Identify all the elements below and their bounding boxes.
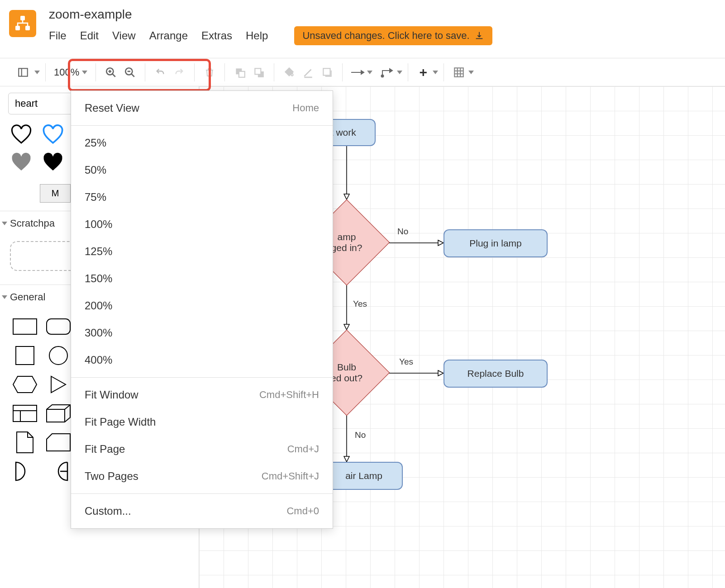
scratchpad-label: Scratchpa <box>10 218 55 229</box>
edge-label-no: No <box>397 227 408 237</box>
zoom-25[interactable]: 25% <box>71 129 333 156</box>
shape-card[interactable] <box>43 430 73 455</box>
zoom-100[interactable]: 100% <box>71 211 333 238</box>
redo-button[interactable] <box>170 63 189 82</box>
shape-document[interactable] <box>10 430 40 455</box>
svg-rect-28 <box>13 405 37 422</box>
zoom-in-button[interactable] <box>101 63 120 82</box>
svg-point-18 <box>382 75 384 77</box>
chevron-down-icon <box>82 71 87 74</box>
menu-view[interactable]: View <box>112 29 136 42</box>
svg-line-10 <box>132 74 135 77</box>
menubar: File Edit View Arrange Extras Help Unsav… <box>49 26 492 45</box>
to-back-button[interactable] <box>249 63 268 82</box>
zoom-reset-view[interactable]: Reset View Home <box>71 95 333 122</box>
delete-button[interactable] <box>200 63 219 82</box>
zoom-50[interactable]: 50% <box>71 156 333 184</box>
save-banner[interactable]: Unsaved changes. Click here to save. <box>294 26 492 45</box>
svg-rect-2 <box>25 26 30 30</box>
menu-help[interactable]: Help <box>246 29 268 42</box>
heart-outline-icon[interactable] <box>10 124 33 145</box>
zoom-value: 100% <box>54 66 79 78</box>
shape-table[interactable] <box>10 401 40 426</box>
svg-rect-13 <box>239 71 245 77</box>
flow-node-repair[interactable]: air Lamp <box>326 462 403 490</box>
app-logo <box>9 10 36 37</box>
svg-rect-15 <box>255 68 261 74</box>
shape-rectangle[interactable] <box>10 314 40 339</box>
zoom-fit-window[interactable]: Fit Window Cmd+Shift+H <box>71 381 333 408</box>
to-front-button[interactable] <box>230 63 249 82</box>
document-title[interactable]: zoom-example <box>49 7 492 22</box>
shape-circle[interactable] <box>43 343 73 368</box>
app-header: zoom-example File Edit View Arrange Extr… <box>0 0 725 58</box>
edge-label-no: No <box>355 430 366 440</box>
svg-rect-19 <box>455 68 464 77</box>
svg-line-6 <box>113 74 116 77</box>
chevron-down-icon[interactable] <box>34 71 40 74</box>
zoom-level-dropdown[interactable]: 100% <box>51 66 90 78</box>
shape-cube[interactable] <box>43 401 73 426</box>
zoom-300[interactable]: 300% <box>71 319 333 346</box>
table-button[interactable] <box>449 63 468 82</box>
chevron-down-icon[interactable] <box>367 71 372 74</box>
menu-extras[interactable]: Extras <box>201 29 232 42</box>
line-color-button[interactable] <box>299 63 318 82</box>
svg-rect-1 <box>15 26 20 30</box>
zoom-125[interactable]: 125% <box>71 238 333 265</box>
collapse-icon <box>2 295 7 299</box>
zoom-fit-page-width[interactable]: Fit Page Width <box>71 408 333 436</box>
edge-label-yes: Yes <box>353 299 367 309</box>
zoom-400[interactable]: 400% <box>71 346 333 374</box>
svg-rect-16 <box>324 68 330 75</box>
flow-node-plug-in[interactable]: Plug in lamp <box>444 229 548 257</box>
zoom-150[interactable]: 150% <box>71 265 333 292</box>
sidebar-toggle-button[interactable] <box>14 63 33 82</box>
chevron-down-icon[interactable] <box>433 71 438 74</box>
svg-rect-25 <box>47 319 70 334</box>
shape-triangle[interactable] <box>43 372 73 397</box>
collapse-icon <box>2 222 7 225</box>
zoom-custom[interactable]: Custom... Cmd+0 <box>71 498 333 525</box>
zoom-75[interactable]: 75% <box>71 184 333 211</box>
svg-rect-26 <box>16 346 34 365</box>
svg-rect-3 <box>19 68 28 76</box>
waypoint-style-button[interactable] <box>378 63 397 82</box>
zoom-dropdown-menu: Reset View Home 25% 50% 75% 100% 125% 15… <box>71 90 333 529</box>
svg-rect-0 <box>20 16 25 20</box>
zoom-fit-page[interactable]: Fit Page Cmd+J <box>71 436 333 463</box>
chevron-down-icon[interactable] <box>397 71 402 74</box>
zoom-out-button[interactable] <box>120 63 139 82</box>
svg-point-27 <box>49 346 67 365</box>
shape-half-circle[interactable] <box>10 459 40 484</box>
download-icon <box>474 31 484 41</box>
zoom-two-pages[interactable]: Two Pages Cmd+Shift+J <box>71 463 333 490</box>
chevron-down-icon[interactable] <box>468 71 474 74</box>
shape-square[interactable] <box>10 343 40 368</box>
edge-label-yes: Yes <box>399 357 413 367</box>
menu-file[interactable]: File <box>49 29 67 42</box>
general-label: General <box>10 291 45 303</box>
heart-gray-icon[interactable] <box>10 152 33 172</box>
connection-style-button[interactable] <box>348 63 367 82</box>
menu-arrange[interactable]: Arrange <box>149 29 188 42</box>
fill-color-button[interactable] <box>280 63 299 82</box>
heart-black-icon[interactable] <box>42 152 64 172</box>
shape-hexagon[interactable] <box>10 372 40 397</box>
zoom-200[interactable]: 200% <box>71 292 333 319</box>
toolbar: 100% + <box>0 58 725 86</box>
undo-button[interactable] <box>151 63 170 82</box>
heart-blue-outline-icon[interactable] <box>42 124 64 145</box>
shadow-button[interactable] <box>318 63 337 82</box>
save-banner-text: Unsaved changes. Click here to save. <box>302 30 469 42</box>
shape-callout[interactable] <box>43 459 73 484</box>
menu-edit[interactable]: Edit <box>80 29 99 42</box>
shape-rounded-rect[interactable] <box>43 314 73 339</box>
svg-rect-24 <box>13 319 37 334</box>
flow-node-replace[interactable]: Replace Bulb <box>444 360 548 388</box>
more-shapes-button[interactable]: M <box>40 184 71 203</box>
insert-button[interactable]: + <box>414 63 433 82</box>
